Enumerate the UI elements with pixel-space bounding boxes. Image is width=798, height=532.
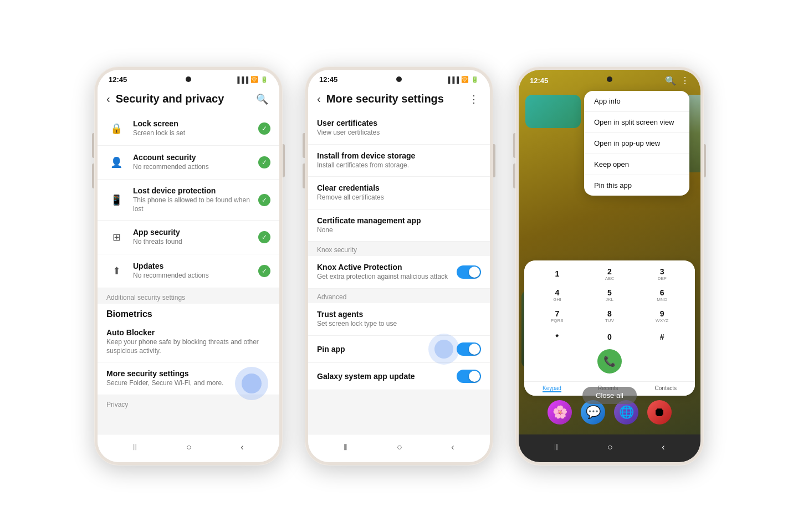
dialer-key-6[interactable]: 6MNO — [648, 286, 676, 304]
nav-bar-3: ⦀ ○ ‹ — [519, 434, 700, 462]
install-storage-subtitle: Install certificates from storage. — [317, 161, 481, 170]
dialer-row-2: 4GHI 5JKL 6MNO — [531, 286, 688, 304]
pin-app-item[interactable]: Pin app — [308, 336, 490, 363]
dialer-tab-keypad[interactable]: Keypad — [543, 385, 561, 392]
status-bar-2: 12:45 ▐▐▐ 🛜 🔋 — [308, 70, 490, 86]
dialer-key-star[interactable]: * — [543, 328, 571, 346]
auto-blocker-item[interactable]: Auto Blocker Keep your phone safe by blo… — [98, 321, 279, 362]
phone1: 12:45 ▐▐▐ 🛜 🔋 ‹ Security and privacy 🔍 — [94, 66, 283, 466]
back-button-1[interactable]: ‹ — [103, 90, 114, 108]
knox-toggle[interactable] — [457, 265, 481, 279]
settings-list-2: User certificates View user certificates… — [308, 112, 490, 434]
context-menu-item-pin[interactable]: Pin this app — [584, 175, 689, 196]
security-item-1[interactable]: 👤Account securityNo recommended actions✓ — [98, 146, 279, 180]
check-icon-2: ✓ — [258, 194, 270, 206]
top-bar-2: ‹ More security settings ⋮ — [308, 86, 490, 112]
back-nav-btn-2[interactable]: ‹ — [444, 440, 461, 454]
close-all-button[interactable]: Close all — [582, 387, 637, 404]
home-btn-3[interactable]: ○ — [601, 440, 620, 454]
status-time-1: 12:45 — [109, 75, 127, 84]
security-item-subtitle-1: No recommended actions — [133, 163, 258, 172]
security-item-icon-4: ⬆ — [106, 261, 126, 281]
check-icon-3: ✓ — [258, 231, 270, 243]
dialer-tab-contacts[interactable]: Contacts — [655, 385, 677, 392]
knox-protection-title: Knox Active Protection — [317, 263, 457, 272]
cert-mgmt-item[interactable]: Certificate management app None — [308, 209, 490, 242]
dialer-key-5[interactable]: 5JKL — [596, 286, 623, 304]
home-btn-2[interactable]: ○ — [390, 440, 409, 454]
dialer-row-1: 1 2ABC 3DEF — [531, 265, 688, 283]
dock-icon-1[interactable]: 🌸 — [548, 400, 572, 424]
dialer-key-8[interactable]: 8TUV — [596, 307, 623, 325]
more-security-item[interactable]: More security settings Secure Folder, Se… — [98, 362, 279, 395]
wifi-icon: 🛜 — [250, 76, 258, 83]
dialer-key-2[interactable]: 2ABC — [596, 265, 623, 283]
context-menu-item-app-info[interactable]: App info — [584, 91, 689, 112]
dialer-key-3[interactable]: 3DEF — [648, 265, 676, 283]
galaxy-update-title: Galaxy system app update — [317, 372, 457, 381]
battery-icon-2: 🔋 — [471, 76, 479, 83]
security-item-2[interactable]: 📱Lost device protectionThis phone is all… — [98, 180, 279, 221]
biometrics-title[interactable]: Biometrics — [98, 304, 279, 321]
security-item-0[interactable]: 🔒Lock screenScreen lock is set✓ — [98, 112, 279, 146]
knox-section-label: Knox security — [308, 242, 490, 256]
dialer-row-4: * 0 # — [531, 328, 688, 346]
camera-dot-3 — [607, 76, 612, 82]
dialer-key-4[interactable]: 4GHI — [543, 286, 571, 304]
back-nav-btn-3[interactable]: ‹ — [655, 440, 671, 454]
wifi-icon-2: 🛜 — [461, 76, 469, 83]
dock-icon-4[interactable]: ⏺ — [647, 400, 672, 424]
pin-app-toggle-knob — [469, 344, 480, 355]
more-options-icon-2[interactable]: ⋮ — [467, 91, 481, 108]
context-menu-item-split-screen[interactable]: Open in split screen view — [584, 112, 689, 133]
clear-credentials-subtitle: Remove all certificates — [317, 193, 481, 202]
phone2: 12:45 ▐▐▐ 🛜 🔋 ‹ More security settings ⋮ — [305, 66, 493, 466]
search-icon-3[interactable]: 🔍 — [665, 75, 676, 86]
home-btn-1[interactable]: ○ — [180, 440, 198, 454]
dialer-key-0[interactable]: 0 — [596, 328, 623, 346]
camera-dot-1 — [186, 76, 191, 82]
knox-protection-item[interactable]: Knox Active Protection Get extra protect… — [308, 256, 490, 289]
recent-apps-btn-1[interactable]: ⦀ — [126, 440, 144, 454]
security-item-icon-2: 📱 — [106, 190, 126, 210]
dialer-key-7[interactable]: 7PQRS — [543, 307, 571, 325]
install-storage-item[interactable]: Install from device storage Install cert… — [308, 145, 490, 177]
status-bar-3: 12:45 🔍 ⋮ — [519, 70, 700, 88]
security-item-subtitle-2: This phone is allowed to be found when l… — [133, 196, 258, 213]
call-button[interactable]: 📞 — [597, 349, 622, 374]
trust-agents-item[interactable]: Trust agents Set screen lock type to use — [308, 303, 490, 336]
security-item-subtitle-0: Screen lock is set — [133, 129, 258, 138]
signal-icon: ▐▐▐ — [236, 76, 248, 83]
dialer-key-hash[interactable]: # — [648, 328, 676, 346]
pin-app-toggle[interactable] — [457, 342, 481, 356]
clear-credentials-item[interactable]: Clear credentials Remove all certificate… — [308, 177, 490, 209]
camera-dot-2 — [396, 76, 402, 82]
status-bar-1: 12:45 ▐▐▐ 🛜 🔋 — [98, 70, 279, 86]
back-nav-btn-1[interactable]: ‹ — [234, 440, 250, 454]
section-label-1: Additional security settings — [98, 288, 279, 304]
user-certs-item[interactable]: User certificates View user certificates — [308, 112, 490, 145]
signal-icon-2: ▐▐▐ — [446, 76, 459, 83]
recent-apps-btn-3[interactable]: ⦀ — [548, 440, 565, 454]
security-item-title-0: Lock screen — [133, 119, 258, 128]
dialer-row-3: 7PQRS 8TUV 9WXYZ — [531, 307, 688, 325]
status-icons-1: ▐▐▐ 🛜 🔋 — [236, 76, 268, 83]
dialer-key-9[interactable]: 9WXYZ — [648, 307, 676, 325]
check-icon-4: ✓ — [258, 265, 270, 277]
galaxy-update-toggle[interactable] — [457, 370, 481, 383]
page-title-1: Security and privacy — [116, 93, 254, 105]
top-icons-3: 🔍 ⋮ — [665, 75, 689, 86]
recent-apps-btn-2[interactable]: ⦀ — [337, 440, 354, 454]
search-icon-1[interactable]: 🔍 — [254, 91, 270, 108]
status-icons-2: ▐▐▐ 🛜 🔋 — [446, 76, 479, 83]
touch-ripple — [235, 367, 268, 400]
context-menu-item-pop-up[interactable]: Open in pop-up view — [584, 133, 689, 154]
security-item-4[interactable]: ⬆UpdatesNo recommended actions✓ — [98, 254, 279, 288]
dialer-keypad: 1 2ABC 3DEF 4GHI 5JKL 6MNO 7PQRS — [524, 260, 695, 381]
galaxy-update-item[interactable]: Galaxy system app update — [308, 363, 490, 390]
more-options-icon-3[interactable]: ⋮ — [681, 75, 689, 86]
dialer-key-1[interactable]: 1 — [543, 265, 571, 283]
security-item-3[interactable]: ⊞App securityNo threats found✓ — [98, 221, 279, 254]
back-button-2[interactable]: ‹ — [314, 90, 324, 108]
context-menu-item-keep-open[interactable]: Keep open — [584, 154, 689, 175]
